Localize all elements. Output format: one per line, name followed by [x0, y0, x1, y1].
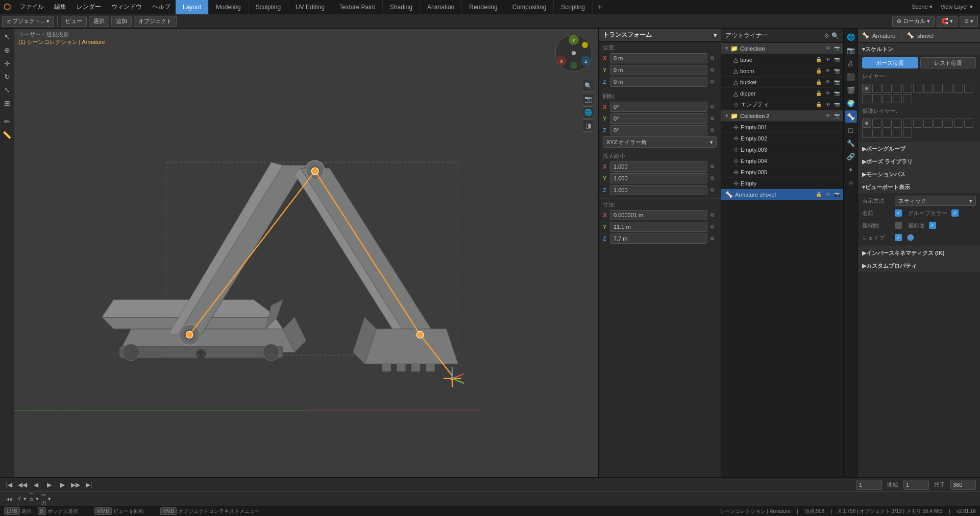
position-y-value[interactable]: 0 m	[610, 65, 707, 75]
restrict-btn[interactable]: 🔒	[815, 67, 823, 75]
outliner-item-empty002[interactable]: ⊹ Empty.002	[721, 133, 843, 144]
viewport-display-header[interactable]: ▾ ビューポート表示	[858, 181, 980, 193]
layer-16[interactable]	[903, 94, 912, 103]
select-menu[interactable]: 選択	[89, 16, 109, 27]
scale-y-value[interactable]: 1.000	[610, 173, 707, 183]
blender-icon[interactable]: ⬡	[0, 0, 14, 14]
shape-checkbox[interactable]: ✓	[895, 234, 902, 241]
rot-x-copy[interactable]: ⧉	[707, 102, 717, 111]
tool-rotate[interactable]: ↻	[1, 71, 13, 83]
mode-selector[interactable]: オブジェクト... ▾	[2, 16, 54, 27]
dim-y-value[interactable]: 11.1 m	[610, 222, 707, 232]
timeline-jump-end[interactable]: ▶|	[84, 480, 94, 490]
pos-z-copy[interactable]: ⧉	[707, 77, 717, 86]
tl-rewind[interactable]: ⏮	[4, 494, 14, 504]
pos-y-copy[interactable]: ⧉	[707, 65, 717, 75]
outliner-search-icon[interactable]: 🔍	[831, 32, 839, 39]
outliner-filter-icon[interactable]: ⚙	[824, 32, 829, 39]
restrict-btn[interactable]: 🔒	[815, 89, 823, 98]
tl-view-dropdown[interactable]: ビュー ▾	[29, 494, 39, 504]
dim-y-copy[interactable]: ⧉	[707, 222, 717, 231]
render-btn[interactable]: 📷	[833, 89, 841, 98]
scale-y-copy[interactable]: ⧉	[707, 174, 717, 183]
layer-4[interactable]	[893, 84, 902, 93]
group-color-checkbox[interactable]: ✓	[951, 209, 959, 217]
prot-layer-14[interactable]	[883, 129, 892, 138]
scale-z-value[interactable]: 1.000	[610, 185, 707, 195]
scale-x-value[interactable]: 1.000	[610, 161, 707, 172]
layer-14[interactable]	[883, 94, 892, 103]
restrict-btn[interactable]: 🔒	[815, 101, 823, 109]
tool-select[interactable]: ↖	[1, 31, 13, 43]
visibility-btn[interactable]: 👁	[824, 89, 832, 98]
tab-texture-paint[interactable]: Texture Paint	[332, 0, 383, 14]
prot-layer-15[interactable]	[893, 129, 902, 138]
output-props-tab[interactable]: 🖨	[845, 57, 857, 69]
prot-layer-16[interactable]	[903, 129, 912, 138]
outliner-item-collection[interactable]: ▾ 📁 Collection 👁 📷	[721, 43, 843, 54]
tab-rendering[interactable]: Rendering	[462, 0, 505, 14]
layer-6[interactable]	[913, 84, 922, 93]
outliner-item-empty-obj[interactable]: ⊹ エンプティ 🔒 👁 📷	[721, 99, 843, 110]
render-btn[interactable]: 📷	[833, 44, 841, 53]
outliner-item-bucket[interactable]: △ bucket 🔒 👁 📷	[721, 77, 843, 88]
position-x-value[interactable]: 0 m	[610, 53, 707, 63]
scale-z-copy[interactable]: ⧉	[707, 185, 717, 195]
layer-12[interactable]	[862, 94, 871, 103]
rotation-mode-dropdown[interactable]: XYZ オイラー角 ▾	[603, 136, 717, 148]
motion-paths-header[interactable]: ▶ モーションパス	[858, 168, 980, 180]
tl-keying-dropdown[interactable]: キーイング ▾	[16, 494, 27, 504]
restrict-btn[interactable]: 🔒	[815, 56, 823, 64]
tool-cursor[interactable]: ⊕	[1, 44, 13, 56]
layer-2[interactable]	[872, 84, 881, 93]
viewport-3d[interactable]: ユーザー・透視投影 (1) シーンコレクション | Armature	[14, 29, 598, 477]
camera-btn[interactable]: 📷	[582, 93, 594, 105]
prot-layer-2[interactable]	[872, 119, 881, 128]
current-frame-display[interactable]: 1	[856, 480, 882, 490]
visibility-btn[interactable]: 👁	[824, 78, 832, 86]
layer-13[interactable]	[872, 94, 881, 103]
tl-marker-dropdown[interactable]: マーカー ▾	[41, 494, 51, 504]
name-checkbox[interactable]: ✓	[895, 209, 902, 217]
scene-selector[interactable]: Scene ▾	[909, 3, 935, 11]
tool-move[interactable]: ✛	[1, 57, 13, 69]
visibility-btn[interactable]: 👁	[824, 56, 832, 64]
tool-annotate[interactable]: ✏	[1, 115, 13, 128]
position-z-value[interactable]: 0 m	[610, 77, 707, 87]
view-menu[interactable]: ビュー	[61, 16, 87, 27]
view-layer-tab[interactable]: ⬛	[845, 71, 857, 83]
pose-position-btn[interactable]: ポーズ位置	[862, 57, 918, 68]
layer-3[interactable]	[883, 84, 892, 93]
protected-layers-grid[interactable]	[862, 119, 976, 138]
prot-layer-12[interactable]	[862, 129, 871, 138]
physics-tab[interactable]: ⚛	[845, 177, 857, 189]
render-btn[interactable]: 📷	[833, 78, 841, 86]
add-menu[interactable]: 追加	[111, 16, 132, 27]
outliner-item-dipper[interactable]: △ dipper 🔒 👁 📷	[721, 88, 843, 99]
modifier-tab[interactable]: 🔧	[845, 137, 857, 149]
layer-7[interactable]	[923, 84, 933, 93]
tab-layout[interactable]: Layout	[176, 0, 209, 14]
outliner-item-base[interactable]: △ base 🔒 👁 📷	[721, 54, 843, 65]
timeline-prev-keyframe[interactable]: ◀◀	[17, 480, 28, 490]
dim-z-copy[interactable]: ⧉	[707, 234, 717, 243]
restrict-btn[interactable]: 🔒	[815, 191, 823, 199]
display-as-dropdown[interactable]: スティック ▾	[895, 196, 976, 206]
layers-grid[interactable]	[862, 84, 976, 103]
prot-layer-3[interactable]	[883, 119, 892, 128]
timeline-next-keyframe[interactable]: ▶▶	[70, 480, 81, 490]
shape-color-dot[interactable]	[907, 234, 914, 241]
render-props-tab[interactable]: 📷	[845, 44, 857, 56]
render-btn[interactable]: 📷	[833, 56, 841, 64]
visibility-btn[interactable]: 👁	[824, 191, 832, 199]
rest-position-btn[interactable]: レスト位置	[920, 57, 976, 68]
dim-z-value[interactable]: 7.7 m	[610, 233, 707, 244]
outliner-item-empty-plain[interactable]: ⊹ Empty	[721, 178, 843, 189]
prot-layer-8[interactable]	[934, 119, 943, 128]
scene-props-tab[interactable]: 🌐	[845, 31, 857, 43]
bone-groups-header[interactable]: ▶ ボーングループ	[858, 143, 980, 155]
rotation-x-value[interactable]: 0°	[610, 102, 707, 112]
render-btn[interactable]: 📷	[833, 101, 841, 109]
layer-5[interactable]	[903, 84, 912, 93]
layer-9[interactable]	[944, 84, 953, 93]
